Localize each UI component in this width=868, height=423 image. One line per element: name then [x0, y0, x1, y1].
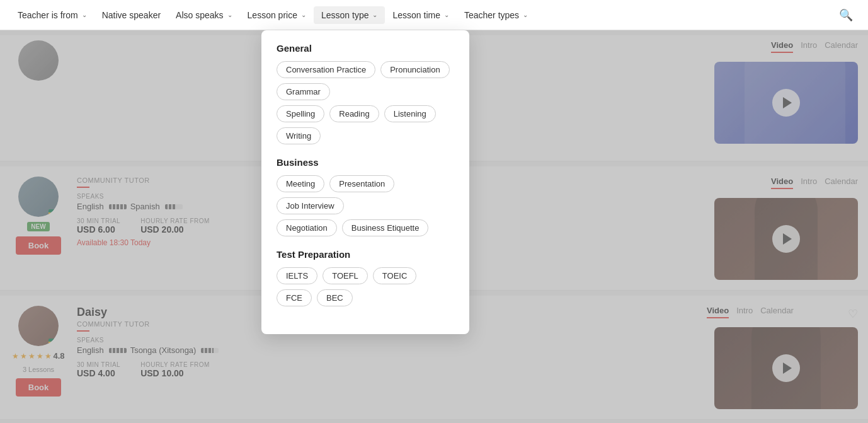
business-title: Business [277, 157, 454, 168]
filter-teacher-types[interactable]: Teacher types ⌄ [457, 6, 535, 24]
tag-toefl[interactable]: TOEFL [323, 267, 368, 284]
tag-fce[interactable]: FCE [277, 289, 312, 306]
tag-conversation-practice[interactable]: Conversation Practice [277, 61, 375, 78]
filter-lesson-time[interactable]: Lesson time ⌄ [385, 6, 456, 24]
tag-bec[interactable]: BEC [317, 289, 353, 306]
filter-lesson-price[interactable]: Lesson price ⌄ [240, 6, 314, 24]
test-prep-title: Test Preparation [277, 249, 454, 260]
chevron-down-icon: ⌄ [372, 11, 377, 18]
test-prep-section: Test Preparation IELTS TOEFL TOEIC FCE B… [277, 249, 454, 306]
tag-presentation[interactable]: Presentation [329, 175, 394, 192]
general-tags-row-2: Spelling Reading Listening Writing [277, 105, 454, 144]
tag-pronunciation[interactable]: Pronunciation [380, 61, 450, 78]
tag-toeic[interactable]: TOEIC [373, 267, 417, 284]
filter-also-speaks[interactable]: Also speaks ⌄ [168, 6, 239, 24]
filter-lesson-type[interactable]: Lesson type ⌄ [314, 6, 385, 24]
business-tags-row-2: Negotiation Business Etiquette [277, 219, 454, 236]
filter-label: Lesson price [248, 10, 297, 20]
tag-negotiation[interactable]: Negotiation [277, 219, 337, 236]
tag-spelling[interactable]: Spelling [277, 105, 324, 122]
filter-label: Teacher types [464, 10, 519, 20]
top-nav: Teacher is from ⌄ Native speaker Also sp… [0, 0, 868, 30]
chevron-down-icon: ⌄ [82, 11, 87, 18]
tag-writing[interactable]: Writing [277, 127, 321, 144]
test-prep-tags-row: IELTS TOEFL TOEIC FCE BEC [277, 267, 454, 306]
chevron-down-icon: ⌄ [523, 11, 528, 18]
lesson-type-dropdown: General Conversation Practice Pronunciat… [261, 30, 469, 334]
tag-job-interview[interactable]: Job Interview [277, 197, 344, 214]
filter-native-speaker[interactable]: Native speaker [94, 6, 168, 24]
tag-meeting[interactable]: Meeting [277, 175, 324, 192]
business-tags-row: Meeting Presentation Job Interview [277, 175, 454, 214]
main-content: General Conversation Practice Pronunciat… [0, 30, 868, 420]
tag-business-etiquette[interactable]: Business Etiquette [342, 219, 429, 236]
tag-grammar[interactable]: Grammar [277, 83, 330, 100]
search-button[interactable]: 🔍 [834, 3, 858, 27]
chevron-down-icon: ⌄ [227, 11, 232, 18]
filter-teacher-from[interactable]: Teacher is from ⌄ [10, 6, 94, 24]
filter-label: Lesson type [321, 10, 369, 20]
business-section: Business Meeting Presentation Job Interv… [277, 157, 454, 236]
general-section: General Conversation Practice Pronunciat… [277, 43, 454, 144]
chevron-down-icon: ⌄ [301, 11, 306, 18]
filter-label: Also speaks [176, 10, 223, 20]
filter-label: Native speaker [102, 10, 161, 20]
general-tags-row: Conversation Practice Pronunciation Gram… [277, 61, 454, 100]
tag-reading[interactable]: Reading [329, 105, 379, 122]
filter-label: Teacher is from [18, 10, 78, 20]
chevron-down-icon: ⌄ [444, 11, 449, 18]
general-title: General [277, 43, 454, 54]
tag-listening[interactable]: Listening [384, 105, 436, 122]
tag-ielts[interactable]: IELTS [277, 267, 317, 284]
filter-label: Lesson time [392, 10, 440, 20]
